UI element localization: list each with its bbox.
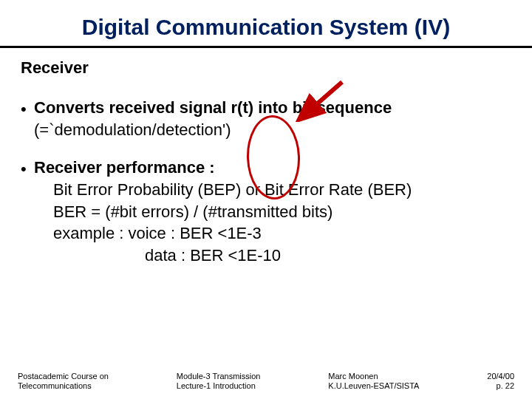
- slide-title: Digital Communication System (IV): [21, 15, 511, 40]
- footer: Postacademic Course on Telecommunication…: [0, 372, 532, 392]
- bullet-1: • Converts received signal r(t) into bit…: [21, 97, 511, 140]
- footer-course-l2: Telecommunications: [18, 381, 109, 392]
- footer-module-l2: Lecture-1 Introduction: [177, 381, 261, 392]
- footer-date: 20/4/00: [487, 372, 514, 382]
- bullet-dot: •: [21, 97, 34, 140]
- footer-module: Module-3 Transmission Lecture-1 Introduc…: [177, 372, 261, 392]
- bullet-2: • Receiver performance : Bit Error Proba…: [21, 157, 511, 266]
- section-heading: Receiver: [21, 58, 511, 78]
- footer-author-l1: Marc Moonen: [328, 372, 419, 382]
- bullet-1-lead: Converts received signal r(t) into bit s…: [34, 98, 392, 117]
- title-rule: [0, 46, 532, 48]
- slide: Digital Communication System (IV) Receiv…: [0, 0, 532, 399]
- footer-pagenum: p. 22: [487, 381, 514, 392]
- footer-course: Postacademic Course on Telecommunication…: [18, 372, 109, 392]
- footer-author: Marc Moonen K.U.Leuven-ESAT/SISTA: [328, 372, 419, 392]
- footer-page: 20/4/00 p. 22: [487, 372, 514, 392]
- bullet-2-line-3: example : voice : BER <1E-3: [34, 222, 511, 245]
- bullet-dot: •: [21, 157, 34, 266]
- footer-author-l2: K.U.Leuven-ESAT/SISTA: [328, 381, 419, 392]
- bullet-2-lead: Receiver performance :: [34, 158, 215, 177]
- body-content: • Converts received signal r(t) into bit…: [21, 97, 511, 267]
- bullet-2-line-1: Bit Error Probability (BEP) or Bit Error…: [34, 179, 511, 201]
- bullet-1-sub: (=`demodulation/detection'): [34, 120, 231, 139]
- footer-course-l1: Postacademic Course on: [18, 372, 109, 382]
- footer-module-l1: Module-3 Transmission: [177, 372, 261, 382]
- bullet-2-line-2: BER = (#bit errors) / (#transmitted bits…: [34, 201, 511, 223]
- bullet-2-line-4: data : BER <1E-10: [34, 245, 511, 267]
